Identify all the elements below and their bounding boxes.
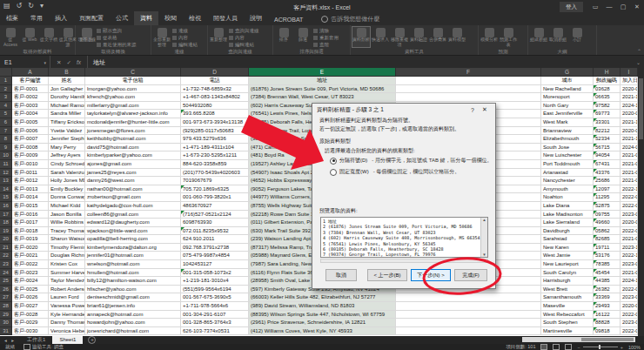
row-header-29[interactable]: 29: [0, 311, 12, 320]
cell-I18[interactable]: 2020-0: [621, 219, 638, 227]
cell-H12[interactable]: 43376: [594, 169, 621, 178]
column-header-A[interactable]: A: [12, 68, 49, 77]
cell-B14[interactable]: Emily Buckley: [49, 185, 85, 194]
cell-D22[interactable]: 075-479-9987x4854: [181, 252, 249, 260]
cell-I14[interactable]: 2022-1: [621, 185, 638, 194]
column-header-B[interactable]: B: [49, 68, 85, 77]
cell-B27[interactable]: Lauren Ford: [49, 293, 85, 302]
cell-B12[interactable]: Sarah Valenzuela: [49, 169, 85, 178]
column-header-E[interactable]: E: [249, 68, 396, 77]
cell-B29[interactable]: Kyle Hernandez: [49, 311, 85, 320]
cell-B8[interactable]: Jennifer Stephenson: [49, 135, 85, 144]
cell-A22[interactable]: 客戶-0021: [12, 252, 49, 260]
cell-B7[interactable]: Yvette Valdez: [49, 127, 85, 136]
new-sheet-icon[interactable]: +: [88, 336, 96, 344]
vertical-scrollbar-thumb[interactable]: [639, 78, 643, 139]
ribbon-button-進階[interactable]: 進階: [313, 42, 339, 48]
cell-G11[interactable]: Port Toddmouth: [541, 160, 594, 169]
cell-D30[interactable]: 001-328-865-3764x3: [181, 319, 249, 327]
cell-D26[interactable]: (551)599-9564x6194: [181, 286, 249, 294]
cell-D16[interactable]: 4863670927: [181, 202, 249, 211]
ribbon-button-查詢與連線[interactable]: 查詢與連線: [229, 28, 259, 34]
cell-A19[interactable]: 客戶-0018: [12, 227, 49, 236]
cell-B24[interactable]: Summer Harvey: [49, 269, 85, 278]
cell-B25[interactable]: Taylor Mendez: [49, 277, 85, 286]
cell-A31[interactable]: 客戶-0030: [12, 327, 49, 336]
cell-C15[interactable]: zrobertson@gmail.com: [85, 193, 181, 202]
row-header-17[interactable]: 17: [0, 211, 12, 219]
cell-A3[interactable]: 客戶-0002: [12, 93, 49, 102]
tab-資料[interactable]: 資料: [134, 11, 158, 25]
tab-檔案[interactable]: 檔案: [0, 11, 24, 25]
ribbon-display-options-icon[interactable]: ▭: [588, 1, 602, 13]
cell-A12[interactable]: 客戶-0011: [12, 169, 49, 178]
cell-H5[interactable]: 69773: [594, 110, 621, 118]
cell-H14[interactable]: 12097: [594, 185, 621, 194]
tab-常用[interactable]: 常用: [24, 11, 49, 25]
cell-H7[interactable]: 82212: [594, 127, 621, 136]
cell-A5[interactable]: 客戶-0004: [12, 110, 49, 118]
cell-H11[interactable]: 67431: [594, 160, 621, 169]
ribbon-button-組成群組[interactable]: 組成群組: [530, 27, 547, 47]
cell-A13[interactable]: 客戶-0012: [12, 177, 49, 185]
cell-G10[interactable]: New Luischester: [541, 151, 594, 160]
ribbon-button-連線[interactable]: 連線: [172, 28, 198, 34]
cell-A4[interactable]: 客戶-0003: [12, 102, 49, 111]
cell-F31[interactable]: [396, 327, 541, 336]
ribbon-button-合併彙算[interactable]: 合併彙算: [429, 27, 446, 47]
cell-D24[interactable]: 001-315-058-1073x2: [181, 269, 249, 278]
dialog-title-bar[interactable]: 資料剖析精靈 - 步驟 3 之 1 ? ✕: [312, 104, 495, 116]
row-header-12[interactable]: 12: [0, 169, 12, 178]
preview-vertical-scrollbar[interactable]: ▲▼: [480, 218, 487, 257]
cell-D2[interactable]: +1-732-748-6859x32: [181, 85, 249, 94]
zoom-level[interactable]: 100%: [628, 345, 641, 350]
ribbon-button-移除重複項[interactable]: 移除重複項: [391, 27, 408, 47]
cell-D28[interactable]: +1-711-978-5664x6: [181, 302, 249, 311]
cell-G2[interactable]: New Rachelland: [541, 85, 594, 94]
ribbon-button-小計[interactable]: 小計: [568, 27, 586, 47]
cell-G15[interactable]: Noahton: [541, 193, 594, 202]
ribbon-button-內容[interactable]: 內容: [229, 35, 259, 41]
cancel-button[interactable]: 取消: [325, 269, 357, 281]
cell-A8[interactable]: 客戶-0007: [12, 135, 49, 144]
ribbon-button-顯示查詢[interactable]: 顯示查詢: [97, 28, 137, 34]
row-header-6[interactable]: 6: [0, 118, 12, 127]
ribbon-button-模擬分析[interactable]: 模擬分析: [480, 27, 498, 47]
namebox-dropdown-icon[interactable]: ▾: [44, 60, 46, 65]
ribbon-button-從 Web[interactable]: 從 Web: [21, 27, 38, 47]
cell-G1[interactable]: 城市: [541, 77, 594, 85]
row-header-23[interactable]: 23: [0, 260, 12, 269]
page-break-view-icon[interactable]: [565, 344, 572, 350]
row-header-8[interactable]: 8: [0, 135, 12, 144]
sheet-nav-arrows-icon[interactable]: ◂ ▸: [0, 338, 20, 343]
cell-I20[interactable]: 2021-0: [621, 235, 638, 244]
cell-H18[interactable]: 49660: [594, 219, 621, 227]
cell-F3[interactable]: [396, 93, 541, 102]
cell-H25[interactable]: 44385: [594, 277, 621, 286]
zoom-slider-thumb[interactable]: [599, 345, 600, 349]
cell-I28[interactable]: 2020-0: [621, 302, 638, 311]
cell-H20[interactable]: 82685: [594, 235, 621, 244]
tab-頁面配置[interactable]: 頁面配置: [73, 11, 110, 25]
cell-D18[interactable]: 6098763930: [181, 219, 249, 227]
ribbon-button-資料驗證[interactable]: 資料驗證: [410, 27, 427, 47]
cancel-entry-icon[interactable]: ✕: [57, 59, 61, 66]
back-button[interactable]: < 上一步(B): [367, 269, 407, 281]
cell-G6[interactable]: West Mark: [541, 118, 594, 127]
cell-B3[interactable]: Dorothy Hamilton: [49, 93, 85, 102]
cell-C13[interactable]: danny26@west.com: [85, 177, 181, 185]
cell-H2[interactable]: 03628: [594, 85, 621, 94]
column-header-G[interactable]: G: [541, 68, 594, 77]
cell-H8[interactable]: 52334: [594, 135, 621, 144]
cell-C2[interactable]: lmorgan@yahoo.com: [85, 85, 181, 94]
cell-C23[interactable]: wnelson@hotmail.com: [85, 260, 181, 269]
cell-G26[interactable]: West Brett: [541, 286, 594, 294]
cell-D13[interactable]: 7019067679: [181, 177, 249, 185]
cell-F30[interactable]: [396, 319, 541, 327]
cell-H19[interactable]: 05862: [594, 227, 621, 236]
cell-I30[interactable]: 2023-0: [621, 319, 638, 327]
cell-C16[interactable]: kathydelgado@cox-hull.com: [85, 202, 181, 211]
cell-D25[interactable]: +1-219-181-3010x4: [181, 277, 249, 286]
cell-D23[interactable]: 1042453127: [181, 260, 249, 269]
cell-H4[interactable]: 97582: [594, 102, 621, 111]
